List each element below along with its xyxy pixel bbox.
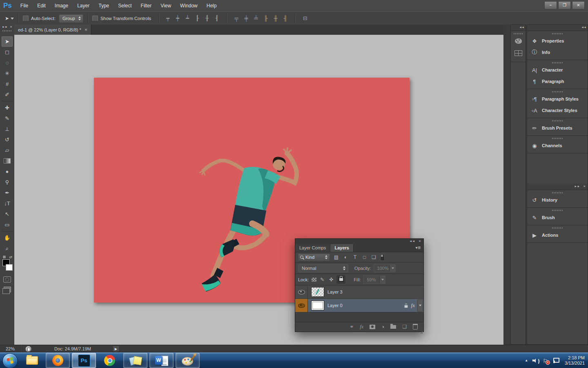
visibility-toggle[interactable] [295, 285, 308, 298]
start-button[interactable] [2, 353, 18, 368]
delete-layer-icon[interactable] [413, 324, 418, 330]
brush-presets-panel-button[interactable]: ✏Brush Presets [527, 122, 588, 134]
align-right-edges-icon[interactable]: ┨ [212, 14, 221, 22]
character-styles-panel-button[interactable]: ▫ACharacter Styles [527, 105, 588, 116]
character-panel-button[interactable]: A|Character [527, 64, 588, 76]
distribute-right-edges-icon[interactable]: ╢ [281, 14, 290, 22]
fx-expand-arrow[interactable] [417, 299, 423, 312]
history-panel-button[interactable]: ↺History [527, 194, 588, 206]
menu-item-help[interactable]: Help [202, 0, 221, 11]
drag-grip[interactable] [514, 33, 523, 34]
pen-tool[interactable]: ✒ [2, 188, 13, 198]
align-horizontal-centers-icon[interactable]: ╂ [203, 14, 212, 22]
lock-position-icon[interactable]: ✜ [328, 277, 334, 283]
auto-select-checkbox[interactable] [23, 16, 29, 21]
eyedropper-tool[interactable]: ✐ [2, 90, 13, 100]
lock-transparent-pixels-icon[interactable] [312, 278, 316, 282]
dodge-tool[interactable]: ⚲ [2, 177, 13, 187]
filter-adjustment-layers-icon[interactable]: ◐ [342, 254, 349, 260]
new-adjustment-layer-icon[interactable]: ◑ [381, 324, 384, 329]
fill-field[interactable]: 59% [363, 276, 385, 284]
menu-item-view[interactable]: View [156, 0, 176, 11]
swap-colors-icon[interactable]: ⇄ [9, 255, 12, 259]
taskbar-word[interactable]: W [149, 353, 174, 368]
layer-fx-icon[interactable]: fx [411, 302, 415, 309]
screen-mode-button[interactable] [4, 287, 11, 292]
taskbar-sticky-notes[interactable] [123, 353, 147, 368]
distribute-vertical-centers-icon[interactable]: ╪ [242, 14, 251, 22]
magic-wand-tool[interactable]: ✳ [2, 68, 13, 79]
filter-toggle-switch[interactable] [380, 254, 385, 261]
close-panel-icon[interactable]: ✕ [419, 240, 421, 243]
drag-grip[interactable] [552, 227, 563, 229]
background-color-swatch[interactable] [6, 264, 13, 271]
tab-layer-comps[interactable]: Layer Comps [295, 244, 330, 252]
auto-select-target-dropdown[interactable]: Group [59, 14, 83, 23]
expand-panel-icon[interactable]: ►► [2, 25, 8, 29]
blend-mode-dropdown[interactable]: Normal [298, 264, 348, 272]
taskbar-photoshop[interactable]: Ps [72, 353, 96, 368]
layers-panel-header[interactable]: ◄◄ ✕ [295, 239, 423, 244]
drag-grip[interactable] [552, 33, 563, 34]
restore-button[interactable]: ❐ [558, 1, 571, 9]
filter-smart-objects-icon[interactable]: ❏ [370, 254, 377, 260]
type-tool[interactable]: ↓T [2, 198, 13, 209]
drag-grip[interactable] [2, 30, 12, 31]
drag-grip[interactable] [552, 138, 563, 139]
paragraph-panel-button[interactable]: ¶Paragraph [527, 76, 588, 87]
channels-panel-button[interactable]: ◉Channels [527, 140, 588, 151]
move-tool[interactable]: ➤ [2, 36, 13, 47]
zoom-level-field[interactable]: 22% [6, 346, 15, 351]
clone-stamp-tool[interactable]: ⊥ [2, 124, 13, 134]
close-button[interactable]: ✕ [572, 1, 585, 9]
new-group-icon[interactable] [390, 325, 396, 329]
layer-name[interactable]: Layer 0 [327, 303, 404, 308]
show-hidden-icons-button[interactable]: ▲ [525, 359, 528, 362]
network-icon[interactable] [553, 358, 559, 363]
history-brush-tool[interactable]: ↺ [2, 135, 13, 145]
document-tab[interactable]: ed-1 @ 22% (Layer 0, RGB/8) * ✕ [14, 25, 91, 35]
panel-menu-icon[interactable]: ▾≣ [416, 245, 421, 250]
paragraph-styles-panel-button[interactable]: ▫¶Paragraph Styles [527, 93, 588, 105]
eraser-tool[interactable]: ▱ [2, 145, 13, 155]
resize-grip-icon[interactable]: ◢ [420, 330, 423, 334]
show-transform-checkbox[interactable] [92, 16, 98, 21]
lock-all-button[interactable] [337, 276, 345, 283]
tab-layers[interactable]: Layers [330, 244, 353, 252]
brush-tool[interactable]: ✎ [2, 113, 13, 123]
link-layers-icon[interactable]: ⚭ [350, 324, 354, 329]
spot-healing-brush-tool[interactable]: ✚ [2, 103, 13, 113]
filter-pixel-layers-icon[interactable]: ▨ [333, 254, 340, 260]
taskbar-clock[interactable]: 2:18 PM 3/13/2021 [565, 355, 585, 366]
visibility-toggle[interactable] [295, 299, 308, 312]
pasteboard[interactable] [14, 35, 503, 345]
properties-panel-button[interactable]: ❖Properties [527, 35, 588, 47]
quick-mask-mode-button[interactable] [3, 276, 11, 283]
menu-item-window[interactable]: Window [176, 0, 202, 11]
document-close-icon[interactable]: ✕ [85, 28, 88, 32]
status-options-arrow[interactable]: ▶ [112, 346, 120, 352]
menu-item-file[interactable]: File [16, 0, 33, 11]
align-bottom-edges-icon[interactable]: ┷ [183, 14, 192, 22]
lasso-tool[interactable]: ◌ [2, 58, 13, 68]
layer-thumbnail[interactable] [311, 287, 324, 297]
distribute-bottom-edges-icon[interactable]: ╧ [252, 14, 261, 22]
zoom-tool[interactable]: ⌕ [2, 243, 13, 254]
crop-tool[interactable]: # [2, 79, 13, 89]
layer-style-icon[interactable]: fx [360, 324, 363, 329]
collapse-panel-icon[interactable]: ◄◄ [409, 240, 415, 243]
info-panel-button[interactable]: ⓘInfo [527, 47, 588, 58]
blur-tool[interactable]: ● [2, 166, 13, 177]
collapse-panels-icon[interactable]: ◄◄ [519, 26, 524, 29]
filter-type-layers-icon[interactable]: T [352, 254, 359, 260]
distribute-top-edges-icon[interactable]: ╤ [232, 14, 241, 22]
distribute-left-edges-icon[interactable]: ╟ [261, 14, 270, 22]
taskbar-paint[interactable] [176, 353, 200, 368]
add-layer-mask-icon[interactable] [370, 325, 375, 329]
drag-grip[interactable] [352, 332, 366, 334]
menu-item-layer[interactable]: Layer [73, 0, 94, 11]
new-layer-icon[interactable]: ❏ [402, 324, 407, 329]
align-vertical-centers-icon[interactable]: ┿ [173, 14, 182, 22]
brush-panel-button[interactable]: ✎Brush [527, 212, 588, 223]
taskbar-file-explorer[interactable] [20, 353, 44, 368]
